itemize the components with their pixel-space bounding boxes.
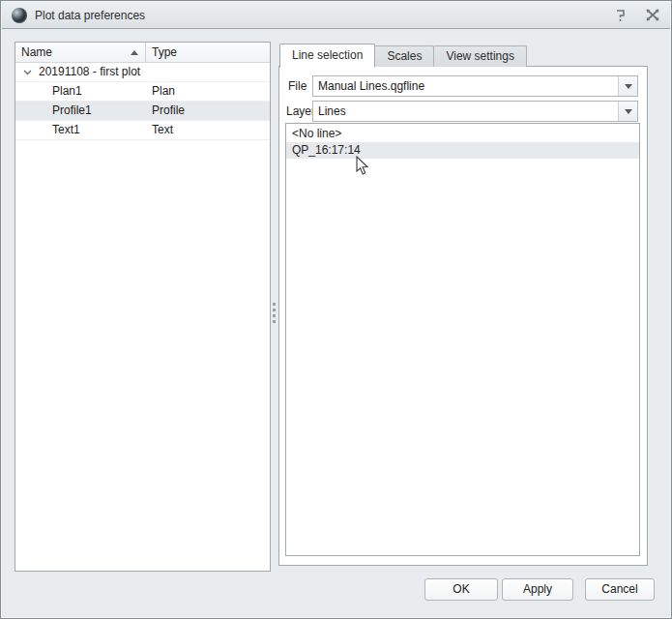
apply-button[interactable]: Apply (502, 578, 573, 601)
file-combobox-value: Manual Lines.qgfline (318, 79, 424, 93)
tab-bar: Line selection Scales View settings (279, 44, 526, 67)
line-item-no-line[interactable]: <No line> (286, 126, 639, 142)
tree-row-plan1[interactable]: Plan1 Plan (15, 82, 270, 102)
column-type-label: Type (152, 45, 177, 59)
tab-view-settings[interactable]: View settings (433, 45, 526, 67)
layer-combobox-value: Lines (318, 104, 346, 118)
line-item-qp[interactable]: QP_16:17:14 (286, 142, 639, 159)
column-name-label: Name (21, 43, 52, 62)
chevron-down-icon[interactable] (618, 102, 637, 121)
tab-line-selection[interactable]: Line selection (279, 44, 375, 68)
tree-row-profile1[interactable]: Profile1 Profile (15, 102, 270, 121)
app-logo-icon (12, 8, 27, 23)
chevron-down-icon[interactable] (23, 70, 39, 75)
column-header-name[interactable]: Name (15, 43, 146, 62)
chevron-down-icon[interactable] (618, 76, 637, 96)
tree-row-text1[interactable]: Text1 Text (15, 121, 270, 140)
splitter-handle[interactable] (272, 299, 276, 326)
row-name: Plan1 (52, 82, 82, 101)
file-combobox[interactable]: Manual Lines.qgfline (312, 75, 638, 97)
tab-scales[interactable]: Scales (374, 45, 434, 67)
window-title: Plot data preferences (35, 9, 145, 22)
row-type: Plan (152, 84, 175, 98)
context-help-icon (614, 9, 627, 22)
plot-tree-panel: Name Type 20191108 - first plot Plan1 Pl… (15, 42, 271, 572)
tree-header: Name Type (15, 43, 270, 63)
row-name: Text1 (52, 121, 80, 139)
row-type: Profile (152, 103, 185, 117)
column-header-type[interactable]: Type (146, 43, 270, 62)
line-selection-panel: File Manual Lines.qgfline Layer Lines <N… (278, 66, 648, 566)
file-label: File (288, 79, 307, 93)
line-list: <No line> QP_16:17:14 (285, 123, 640, 556)
context-help-button[interactable] (612, 8, 628, 23)
dialog-window: Plot data preferences Name (0, 0, 672, 619)
layer-combobox[interactable]: Lines (312, 101, 638, 122)
layer-label: Layer (286, 104, 315, 118)
close-icon (646, 9, 659, 21)
tree-root-label: 20191108 - first plot (39, 63, 140, 81)
sort-ascending-icon (131, 50, 138, 55)
close-button[interactable] (645, 8, 660, 23)
tree-row-root[interactable]: 20191108 - first plot (15, 63, 270, 82)
row-name: Profile1 (52, 102, 92, 120)
titlebar[interactable]: Plot data preferences (2, 2, 670, 29)
cancel-button[interactable]: Cancel (585, 578, 655, 601)
row-type: Text (152, 123, 173, 136)
arrow-cursor-icon (356, 156, 369, 179)
ok-button[interactable]: OK (424, 578, 498, 601)
